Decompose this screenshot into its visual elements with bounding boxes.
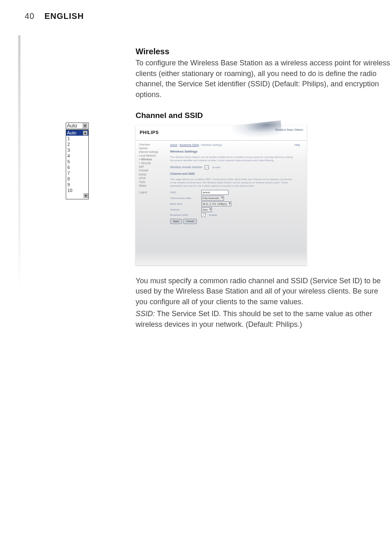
nav-status[interactable]: Status [139, 184, 168, 187]
nav-internet-settings[interactable]: Internet Settings [139, 150, 168, 154]
channel-option[interactable]: 5 [66, 159, 88, 164]
wireless-heading: Wireless [136, 46, 390, 57]
apply-button[interactable]: Apply [170, 219, 182, 224]
sidebar-nav: Overview System Internet Settings Local … [136, 141, 170, 266]
channel-select[interactable]: Auto [201, 207, 212, 212]
panel-title: Wireless Settings [170, 149, 302, 154]
nav-nat[interactable]: NAT [139, 165, 168, 169]
nav-security[interactable]: » Security [139, 162, 168, 165]
channel-option[interactable]: 1 [66, 136, 88, 141]
cancel-button[interactable]: Cancel [183, 219, 197, 224]
channel-select-open[interactable]: Auto ▲ 1 2 3 4 5 6 7 8 9 10 ▼ [66, 130, 89, 199]
module-enable-label: Enable [212, 166, 220, 169]
broadcast-ssid-enable-label: Enable [209, 213, 217, 217]
channel-label: Channel [170, 208, 199, 212]
nav-upnp[interactable]: UPnP [139, 177, 168, 180]
breadcrumb-advanced[interactable]: Advanced Setup [180, 143, 199, 146]
channel-option[interactable]: 10 [66, 187, 88, 193]
channel-option[interactable]: 8 [66, 176, 88, 182]
channel-option[interactable]: 2 [66, 141, 88, 147]
transmission-rate-label: Transmission Rate [170, 197, 199, 200]
channel-option[interactable]: 7 [66, 170, 88, 176]
broadcast-ssid-checkbox[interactable]: ✓ [201, 213, 205, 217]
nav-logout[interactable]: Logout [139, 191, 168, 194]
chevron-up-icon: ▲ [83, 131, 88, 135]
spec-paragraph: You must specify a common radio channel … [136, 276, 390, 308]
help-link[interactable]: Help [295, 143, 300, 147]
channel-option[interactable]: 3 [66, 147, 88, 153]
chevron-down-icon: ▼ [83, 123, 88, 128]
chevron-down-icon: ▼ [83, 193, 88, 198]
channel-option[interactable]: 6 [66, 164, 88, 170]
ssid-label: SSID [170, 191, 199, 194]
channel-ssid-subheading: Channel and SSID [170, 172, 302, 176]
ssid-paragraph: SSID: The Service Set ID. This should be… [136, 309, 390, 330]
module-enable-checkbox[interactable]: ✓ [205, 165, 209, 169]
nav-overview[interactable]: Overview [139, 143, 168, 146]
channel-ssid-description: This page allows you to define SSID, Tra… [170, 178, 302, 187]
broadcast-ssid-label: Broadcast SSID [170, 213, 199, 217]
channel-ssid-heading: Channel and SSID [136, 110, 390, 121]
ssid-label-text: SSID: [136, 310, 155, 318]
nav-system[interactable]: System [139, 147, 168, 150]
margin-strip [18, 35, 21, 290]
ssid-input[interactable]: default [201, 190, 228, 195]
panel-description: The Wireless Base Station can be quickly… [170, 155, 302, 162]
nav-tools[interactable]: Tools [139, 180, 168, 184]
transmission-rate-select[interactable]: Fully Automatic [201, 196, 224, 201]
wireless-settings-screenshot: PHILIPS Wireless Base Station Overview S… [136, 125, 307, 265]
nav-wireless[interactable]: » Wireless [139, 158, 168, 161]
breadcrumb-current: Wireless Settings [201, 143, 222, 146]
channel-option[interactable]: 9 [66, 182, 88, 187]
nav-ddns[interactable]: DDNS [139, 173, 168, 176]
channel-select-closed-value: Auto [67, 123, 77, 129]
brand-logo: PHILIPS [140, 130, 159, 136]
basic-rate-select[interactable]: All (1, 2, 5.5, 11Mbps) [201, 201, 231, 206]
breadcrumb-home[interactable]: Home [170, 143, 177, 146]
shot-fade [136, 250, 307, 265]
channel-select-illustration: Auto ▼ Auto ▲ 1 2 3 4 5 6 7 8 9 10 ▼ [66, 123, 89, 199]
wireless-paragraph: To configure the Wireless Base Station a… [136, 58, 390, 100]
channel-select-closed[interactable]: Auto ▼ [66, 123, 89, 129]
ssid-description: The Service Set ID. This should be set t… [136, 310, 372, 328]
basic-rate-label: Basic Rate [170, 202, 199, 206]
nav-firewall[interactable]: Firewall [139, 169, 168, 172]
language-heading: ENGLISH [44, 12, 84, 21]
module-function-label: Wireless module function [170, 165, 202, 169]
channel-select-open-value: Auto [67, 130, 76, 135]
channel-option[interactable]: 4 [66, 153, 88, 159]
page-number: 40 [25, 12, 35, 21]
nav-local-network[interactable]: Local Network [139, 154, 168, 157]
product-title: Wireless Base Station [275, 128, 303, 132]
